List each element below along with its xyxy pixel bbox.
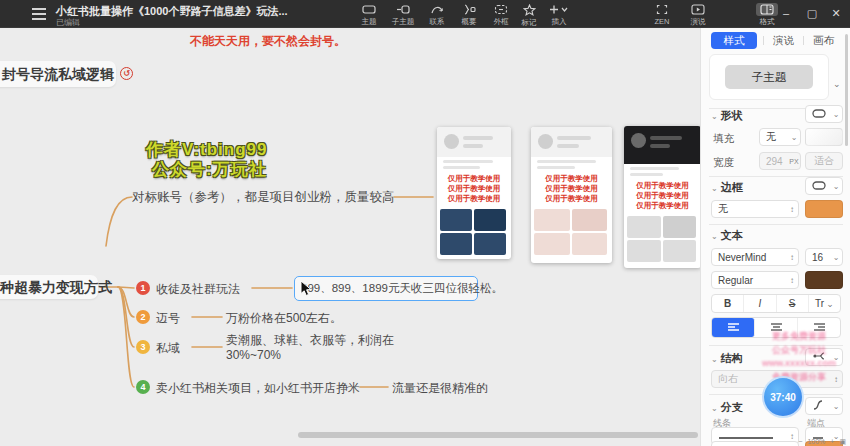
- vertical-scrollbar[interactable]: [845, 34, 848, 146]
- document-status: 已编辑: [56, 17, 80, 28]
- item-4-label[interactable]: 卖小红书相关项目，如小红书开店挣米: [156, 380, 360, 397]
- rounded-rect-icon: [806, 181, 830, 192]
- minimize-button[interactable]: –: [774, 0, 798, 26]
- fill-select[interactable]: 无⌄: [759, 128, 801, 146]
- text-color-swatch[interactable]: [805, 271, 843, 289]
- item-2-label[interactable]: 迈号: [156, 310, 180, 327]
- font-size-select[interactable]: 16⌄: [805, 248, 843, 266]
- tab-canvas[interactable]: 画布: [813, 32, 834, 49]
- reference-screenshot-3[interactable]: 仅用于教学使用仅用于教学使用仅用于教学使用: [624, 126, 701, 268]
- curve-icon: [806, 400, 830, 412]
- titlebar: 小红书批量操作《1000个野路子信息差》玩法... 已编辑 主题 子主题 联系 …: [0, 0, 850, 28]
- close-button[interactable]: ✕: [824, 0, 848, 26]
- border-color-swatch[interactable]: [805, 200, 843, 218]
- recording-timer-bubble[interactable]: 37:40: [762, 376, 804, 418]
- status-bar: − 100% + ▣: [798, 437, 846, 446]
- summary-button[interactable]: 概要: [452, 3, 486, 27]
- rounded-rect-icon: [806, 109, 830, 120]
- marker-button[interactable]: 标记: [512, 3, 546, 28]
- text-style-buttons: B I S Tr⌄: [711, 294, 841, 313]
- mindmap-canvas[interactable]: 不能天天用，要不然会封号。 封号导流私域逻辑 ↺ 作者V:tbing99 公众号…: [0, 28, 700, 446]
- item-2-detail[interactable]: 万粉价格在500左右。: [226, 310, 342, 327]
- badge-2-icon: 2: [136, 310, 150, 324]
- font-weight-stepper[interactable]: Regular↕: [711, 271, 799, 289]
- border-width-stepper[interactable]: 无↕: [711, 200, 799, 218]
- structure-select[interactable]: ⌄: [805, 348, 843, 366]
- plus-icon: [545, 3, 573, 16]
- boundary-icon: [490, 3, 512, 16]
- branch-style-select[interactable]: ⌄: [805, 397, 843, 415]
- insert-button[interactable]: 插入: [542, 3, 576, 27]
- line-width-stepper[interactable]: ↕: [711, 441, 799, 446]
- card-2-header: [531, 127, 612, 157]
- zen-mode-button[interactable]: ZEN: [645, 3, 679, 26]
- item-1-detail-selected[interactable]: 699、899、1899元天收三四位很轻松。: [294, 276, 478, 301]
- red-marker-icon[interactable]: ↺: [120, 67, 133, 80]
- card-1-header: [437, 127, 511, 157]
- item-4-detail[interactable]: 流量还是很精准的: [392, 380, 488, 397]
- text-case-button[interactable]: Tr⌄: [809, 295, 840, 312]
- topic-button[interactable]: 主题: [352, 3, 386, 27]
- tab-presentation[interactable]: 演说: [773, 32, 794, 49]
- avatar: [631, 133, 646, 148]
- topic-preview-card: 子主题: [709, 54, 829, 100]
- subtopic-button[interactable]: 子主题: [386, 3, 420, 27]
- reference-screenshot-2[interactable]: 仅用于教学使用仅用于教学使用仅用于教学使用: [531, 127, 612, 263]
- text-section-label[interactable]: ⌄文本: [711, 228, 743, 243]
- card-1-meta: [437, 157, 511, 169]
- app-window: 小红书批量操作《1000个野路子信息差》玩法... 已编辑 主题 子主题 联系 …: [0, 0, 850, 446]
- relationship-icon: [426, 3, 448, 16]
- bold-button[interactable]: B: [712, 295, 744, 312]
- tab-style[interactable]: 样式: [711, 32, 757, 49]
- presentation-button[interactable]: 演说: [681, 3, 715, 27]
- summary-icon: [458, 3, 480, 16]
- align-left-button[interactable]: [712, 318, 755, 337]
- zoom-in-icon[interactable]: +: [830, 438, 834, 445]
- structure-section-label[interactable]: ⌄结构: [711, 351, 743, 366]
- card-3-meta: [624, 164, 701, 176]
- width-input[interactable]: 294PX: [759, 152, 801, 170]
- zen-icon: [652, 3, 672, 16]
- card-3-posts: [624, 213, 701, 265]
- shape-section-label[interactable]: ⌄形状: [711, 108, 743, 123]
- fit-button[interactable]: 适合: [805, 152, 843, 170]
- maximize-button[interactable]: ▢: [800, 0, 824, 26]
- fill-color-swatch[interactable]: [805, 128, 843, 146]
- reference-screenshot-1[interactable]: 仅用于教学使用仅用于教学使用仅用于教学使用: [437, 127, 511, 259]
- strikethrough-button[interactable]: S: [777, 295, 809, 312]
- fit-screen-icon[interactable]: ▣: [839, 438, 846, 446]
- benchmark-node[interactable]: 对标账号（参考），都是项目创业粉，质量较高: [132, 189, 395, 206]
- badge-4-icon: 4: [136, 380, 150, 394]
- menu-icon[interactable]: [32, 8, 46, 20]
- card-2-overlay: 仅用于教学使用仅用于教学使用仅用于教学使用: [531, 172, 612, 206]
- align-center-button[interactable]: [755, 318, 798, 337]
- font-family-stepper[interactable]: NeverMind↕: [711, 248, 799, 266]
- badge-1-icon: 1: [136, 281, 150, 295]
- zoom-out-icon[interactable]: −: [798, 438, 802, 445]
- horizontal-scrollbar[interactable]: [298, 432, 698, 438]
- item-1-detail-text: 699、899、1899元天收三四位很轻松。: [295, 277, 477, 296]
- avatar: [444, 134, 459, 149]
- topic-icon: [358, 3, 380, 16]
- badge-3-icon: 3: [136, 340, 150, 354]
- item-1-label[interactable]: 收徒及社群玩法: [156, 281, 240, 298]
- item-3-label[interactable]: 私域: [156, 340, 180, 357]
- italic-button[interactable]: I: [744, 295, 776, 312]
- line-icon: [712, 431, 786, 442]
- subtopic-icon: [392, 3, 414, 16]
- branch-section-label[interactable]: ⌄分支: [711, 400, 743, 415]
- border-section-label[interactable]: ⌄边框: [711, 180, 743, 195]
- border-shape-select[interactable]: ⌄: [805, 177, 843, 195]
- card-2-posts: [531, 206, 612, 258]
- author-watermark-line2: 公众号:万玩社: [152, 158, 267, 181]
- shape-select[interactable]: ⌄: [805, 105, 843, 123]
- play-icon: [687, 3, 709, 16]
- align-right-button[interactable]: [798, 318, 840, 337]
- ban-logic-node[interactable]: 封号导流私域逻辑: [2, 66, 114, 84]
- card-2-meta: [531, 157, 612, 169]
- relationship-button[interactable]: 联系: [420, 3, 454, 27]
- subtopic-preview[interactable]: 子主题: [725, 65, 813, 89]
- item-3-detail[interactable]: 卖潮服、球鞋、衣服等，利润在30%~70%: [226, 333, 402, 363]
- monetize-node[interactable]: 种超暴力变现方式: [0, 279, 112, 297]
- preview-chevron-icon[interactable]: ⌄: [833, 73, 841, 91]
